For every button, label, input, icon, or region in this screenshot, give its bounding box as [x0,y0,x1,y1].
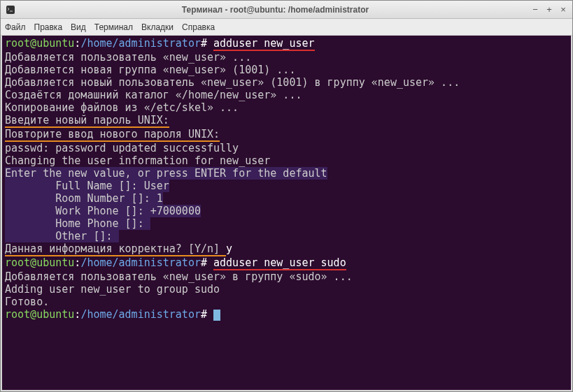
prompt-hash: # [201,256,207,269]
menu-view[interactable]: Вид [71,22,86,32]
output-line: passwd: password updated successfully [5,142,568,154]
confirm-input: y [226,242,232,255]
command-adduser: adduser new_user [213,37,315,51]
userinfo-workphone: Work Phone []: +7000000 [5,205,201,217]
terminal-content[interactable]: root@ubuntu:/home/administrator# adduser… [1,36,572,391]
cursor [213,310,220,321]
output-line: Enter the new value, or press ENTER for … [5,167,568,180]
output-line: Full Name []: User [5,180,568,192]
output-line: Готово. [5,296,568,308]
app-icon [5,4,16,15]
output-line: Home Phone []: [5,217,568,230]
output-line: Work Phone []: +7000000 [5,205,568,217]
output-line: Повторите ввод нового пароля UNIX: [5,128,568,142]
minimize-button[interactable]: − [530,5,540,15]
prompt-userhost: root@ubuntu [5,256,74,269]
output-line: Добавляется новая группа «new_user» (100… [5,64,568,76]
command-adduser-sudo: adduser new_user sudo [213,256,346,270]
output-line: Данная информация корректна? [Y/n] y [5,242,568,256]
prompt-path: /home/administrator [80,256,201,269]
output-line: Создаётся домашний каталог «/home/new_us… [5,89,568,101]
prompt-userhost: root@ubuntu [5,308,74,321]
maximize-button[interactable]: + [544,5,554,15]
prompt-path: /home/administrator [80,308,201,321]
output-line: Adding user new_user to group sudo [5,283,568,296]
menu-terminal[interactable]: Терминал [94,22,133,32]
output-line: Копирование файлов из «/etc/skel» ... [5,101,568,114]
titlebar: Терминал - root@ubuntu: /home/administra… [1,1,572,19]
userinfo-other: Other []: [5,230,119,242]
menu-tabs[interactable]: Вкладки [141,22,174,32]
prompt-path: /home/administrator [80,37,201,50]
prompt-userhost: root@ubuntu [5,37,74,50]
prompt-line-1: root@ubuntu:/home/administrator# adduser… [5,37,568,51]
prompt-hash: # [201,308,207,321]
window-title: Терминал - root@ubuntu: /home/administra… [20,5,530,15]
output-line: Changing the user information for new_us… [5,154,568,167]
confirm-prompt: Данная информация корректна? [Y/n] [5,242,226,256]
userinfo-homephone: Home Phone []: [5,217,150,230]
close-button[interactable]: × [558,5,568,15]
menubar: Файл Правка Вид Терминал Вкладки Справка [1,19,572,36]
userinfo-room: Room Number []: 1 [5,192,163,205]
menu-file[interactable]: Файл [5,22,26,32]
svg-rect-0 [6,6,15,14]
output-line: Добавляется новый пользователь «new_user… [5,76,568,89]
password-prompt-1: Введите новый пароль UNIX: [5,114,169,128]
output-line: Room Number []: 1 [5,192,568,205]
output-line: Добавляется пользователь «new_user» ... [5,51,568,64]
prompt-hash: # [201,37,207,50]
menu-edit[interactable]: Правка [34,22,63,32]
userinfo-fullname: Full Name []: User [5,180,169,192]
output-line: Добавляется пользователь «new_user» в гр… [5,270,568,283]
menu-help[interactable]: Справка [182,22,215,32]
window-controls: − + × [530,5,568,15]
output-line: Введите новый пароль UNIX: [5,114,568,128]
terminal-window: Терминал - root@ubuntu: /home/administra… [0,0,573,392]
userinfo-header: Enter the new value, or press ENTER for … [5,167,327,180]
output-line: Other []: [5,230,568,242]
prompt-line-2: root@ubuntu:/home/administrator# adduser… [5,256,568,270]
prompt-line-3: root@ubuntu:/home/administrator# [5,308,568,321]
password-prompt-2: Повторите ввод нового пароля UNIX: [5,128,220,142]
